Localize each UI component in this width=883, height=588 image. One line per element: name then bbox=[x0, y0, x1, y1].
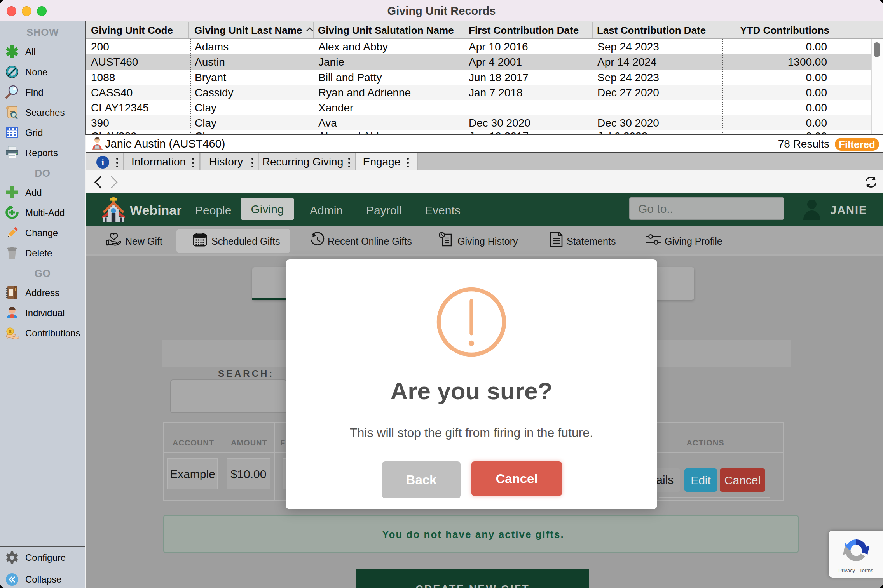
svg-text:$: $ bbox=[9, 329, 12, 334]
